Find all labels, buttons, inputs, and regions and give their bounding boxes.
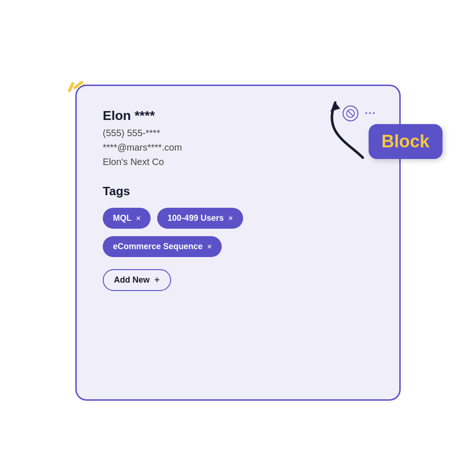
tags-row-1: MQL × 100-499 Users × — [103, 208, 377, 229]
tag-users-label: 100-499 Users — [167, 213, 224, 223]
tag-mql-label: MQL — [113, 213, 132, 223]
add-new-button[interactable]: Add New + — [103, 269, 171, 291]
tag-ecommerce-label: eCommerce Sequence — [113, 242, 203, 251]
tag-ecommerce-remove[interactable]: × — [207, 243, 212, 251]
tag-mql-remove[interactable]: × — [136, 214, 140, 223]
tag-ecommerce: eCommerce Sequence × — [103, 236, 222, 257]
tag-users-remove[interactable]: × — [228, 214, 232, 223]
tag-users: 100-499 Users × — [157, 208, 243, 229]
tags-row-2: eCommerce Sequence × — [103, 236, 377, 257]
tags-title: Tags — [103, 184, 377, 198]
svg-line-1 — [69, 84, 73, 91]
add-new-plus-icon: + — [154, 275, 160, 285]
block-badge[interactable]: Block — [369, 124, 443, 159]
arrow-annotation — [308, 92, 373, 164]
scene: ··· Elon **** (555) 555-**** ****@mars**… — [47, 47, 429, 429]
add-new-label: Add New — [114, 275, 150, 285]
tag-mql: MQL × — [103, 208, 151, 229]
